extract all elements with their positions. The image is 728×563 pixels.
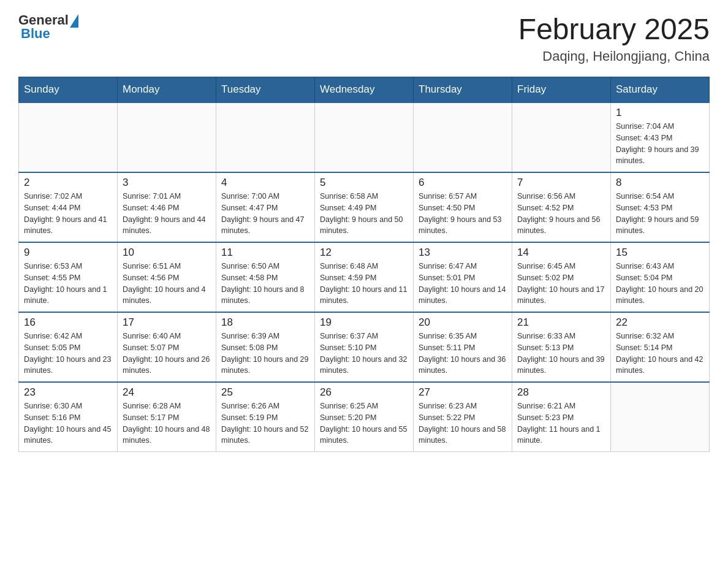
day-info: Sunrise: 6:45 AMSunset: 5:02 PMDaylight:… <box>517 261 605 307</box>
calendar-cell <box>19 102 118 172</box>
calendar-header-monday: Monday <box>118 77 216 103</box>
day-number: 18 <box>221 316 309 329</box>
calendar-cell: 17Sunrise: 6:40 AMSunset: 5:07 PMDayligh… <box>118 312 216 382</box>
day-number: 26 <box>320 386 408 399</box>
day-info: Sunrise: 6:50 AMSunset: 4:58 PMDaylight:… <box>221 261 309 307</box>
calendar-cell: 7Sunrise: 6:56 AMSunset: 4:52 PMDaylight… <box>512 172 611 242</box>
calendar-cell <box>611 382 710 452</box>
day-info: Sunrise: 6:21 AMSunset: 5:23 PMDaylight:… <box>517 400 605 446</box>
calendar-cell: 20Sunrise: 6:35 AMSunset: 5:11 PMDayligh… <box>414 312 512 382</box>
day-number: 21 <box>517 316 605 329</box>
calendar-cell: 28Sunrise: 6:21 AMSunset: 5:23 PMDayligh… <box>512 382 611 452</box>
calendar-cell: 13Sunrise: 6:47 AMSunset: 5:01 PMDayligh… <box>414 242 512 312</box>
day-number: 23 <box>24 386 112 399</box>
day-info: Sunrise: 7:01 AMSunset: 4:46 PMDaylight:… <box>123 191 211 237</box>
month-title: February 2025 <box>518 12 710 46</box>
title-section: February 2025 Daqing, Heilongjiang, Chin… <box>518 12 710 64</box>
day-info: Sunrise: 6:48 AMSunset: 4:59 PMDaylight:… <box>320 261 408 307</box>
calendar-header-tuesday: Tuesday <box>216 77 315 103</box>
calendar-cell: 10Sunrise: 6:51 AMSunset: 4:56 PMDayligh… <box>118 242 216 312</box>
day-info: Sunrise: 7:02 AMSunset: 4:44 PMDaylight:… <box>24 191 112 237</box>
calendar-header-sunday: Sunday <box>19 77 118 103</box>
calendar-cell: 27Sunrise: 6:23 AMSunset: 5:22 PMDayligh… <box>414 382 512 452</box>
day-number: 17 <box>123 316 211 329</box>
day-info: Sunrise: 6:33 AMSunset: 5:13 PMDaylight:… <box>517 331 605 377</box>
calendar-header-row: SundayMondayTuesdayWednesdayThursdayFrid… <box>19 77 710 103</box>
day-info: Sunrise: 6:43 AMSunset: 5:04 PMDaylight:… <box>616 261 704 307</box>
day-number: 20 <box>419 316 507 329</box>
calendar-cell: 15Sunrise: 6:43 AMSunset: 5:04 PMDayligh… <box>611 242 710 312</box>
day-number: 11 <box>221 247 309 259</box>
calendar-header-saturday: Saturday <box>611 77 710 103</box>
day-number: 24 <box>123 386 211 399</box>
calendar-cell <box>216 102 315 172</box>
location-text: Daqing, Heilongjiang, China <box>518 48 710 64</box>
day-info: Sunrise: 6:53 AMSunset: 4:55 PMDaylight:… <box>24 261 112 307</box>
calendar-cell <box>512 102 611 172</box>
day-info: Sunrise: 6:26 AMSunset: 5:19 PMDaylight:… <box>221 400 309 446</box>
calendar-cell: 23Sunrise: 6:30 AMSunset: 5:16 PMDayligh… <box>19 382 118 452</box>
day-info: Sunrise: 6:30 AMSunset: 5:16 PMDaylight:… <box>24 400 112 446</box>
day-number: 28 <box>517 386 605 399</box>
day-info: Sunrise: 6:32 AMSunset: 5:14 PMDaylight:… <box>616 331 704 377</box>
day-info: Sunrise: 6:40 AMSunset: 5:07 PMDaylight:… <box>123 331 211 377</box>
day-info: Sunrise: 6:54 AMSunset: 4:53 PMDaylight:… <box>616 191 704 237</box>
calendar-cell: 21Sunrise: 6:33 AMSunset: 5:13 PMDayligh… <box>512 312 611 382</box>
calendar-cell: 25Sunrise: 6:26 AMSunset: 5:19 PMDayligh… <box>216 382 315 452</box>
day-number: 16 <box>24 316 112 329</box>
day-number: 2 <box>24 177 112 189</box>
day-number: 12 <box>320 247 408 259</box>
day-info: Sunrise: 7:04 AMSunset: 4:43 PMDaylight:… <box>616 121 704 167</box>
day-number: 3 <box>123 177 211 189</box>
day-info: Sunrise: 6:28 AMSunset: 5:17 PMDaylight:… <box>123 400 211 446</box>
calendar-table: SundayMondayTuesdayWednesdayThursdayFrid… <box>18 77 710 452</box>
day-info: Sunrise: 6:37 AMSunset: 5:10 PMDaylight:… <box>320 331 408 377</box>
day-info: Sunrise: 6:51 AMSunset: 4:56 PMDaylight:… <box>123 261 211 307</box>
logo-blue-text: Blue <box>21 26 78 42</box>
calendar-cell: 6Sunrise: 6:57 AMSunset: 4:50 PMDaylight… <box>414 172 512 242</box>
calendar-cell <box>315 102 414 172</box>
calendar-cell <box>118 102 216 172</box>
day-number: 14 <box>517 247 605 259</box>
calendar-cell: 24Sunrise: 6:28 AMSunset: 5:17 PMDayligh… <box>118 382 216 452</box>
day-info: Sunrise: 6:42 AMSunset: 5:05 PMDaylight:… <box>24 331 112 377</box>
day-info: Sunrise: 6:58 AMSunset: 4:49 PMDaylight:… <box>320 191 408 237</box>
calendar-cell: 26Sunrise: 6:25 AMSunset: 5:20 PMDayligh… <box>315 382 414 452</box>
day-info: Sunrise: 6:23 AMSunset: 5:22 PMDaylight:… <box>419 400 507 446</box>
logo: General Blue <box>18 12 78 42</box>
day-info: Sunrise: 6:57 AMSunset: 4:50 PMDaylight:… <box>419 191 507 237</box>
day-number: 5 <box>320 177 408 189</box>
day-info: Sunrise: 6:39 AMSunset: 5:08 PMDaylight:… <box>221 331 309 377</box>
calendar-cell: 3Sunrise: 7:01 AMSunset: 4:46 PMDaylight… <box>118 172 216 242</box>
day-info: Sunrise: 6:35 AMSunset: 5:11 PMDaylight:… <box>419 331 507 377</box>
calendar-cell: 1Sunrise: 7:04 AMSunset: 4:43 PMDaylight… <box>611 102 710 172</box>
calendar-cell: 16Sunrise: 6:42 AMSunset: 5:05 PMDayligh… <box>19 312 118 382</box>
day-number: 4 <box>221 177 309 189</box>
calendar-cell: 2Sunrise: 7:02 AMSunset: 4:44 PMDaylight… <box>19 172 118 242</box>
calendar-cell: 14Sunrise: 6:45 AMSunset: 5:02 PMDayligh… <box>512 242 611 312</box>
day-number: 1 <box>616 107 704 119</box>
day-number: 6 <box>419 177 507 189</box>
calendar-cell: 12Sunrise: 6:48 AMSunset: 4:59 PMDayligh… <box>315 242 414 312</box>
day-number: 15 <box>616 247 704 259</box>
calendar-cell <box>414 102 512 172</box>
calendar-header-thursday: Thursday <box>414 77 512 103</box>
calendar-cell: 8Sunrise: 6:54 AMSunset: 4:53 PMDaylight… <box>611 172 710 242</box>
day-info: Sunrise: 6:56 AMSunset: 4:52 PMDaylight:… <box>517 191 605 237</box>
day-number: 27 <box>419 386 507 399</box>
calendar-header-friday: Friday <box>512 77 611 103</box>
calendar-cell: 11Sunrise: 6:50 AMSunset: 4:58 PMDayligh… <box>216 242 315 312</box>
day-info: Sunrise: 6:47 AMSunset: 5:01 PMDaylight:… <box>419 261 507 307</box>
calendar-cell: 22Sunrise: 6:32 AMSunset: 5:14 PMDayligh… <box>611 312 710 382</box>
calendar-cell: 19Sunrise: 6:37 AMSunset: 5:10 PMDayligh… <box>315 312 414 382</box>
day-info: Sunrise: 6:25 AMSunset: 5:20 PMDaylight:… <box>320 400 408 446</box>
day-number: 7 <box>517 177 605 189</box>
calendar-cell: 4Sunrise: 7:00 AMSunset: 4:47 PMDaylight… <box>216 172 315 242</box>
day-number: 9 <box>24 247 112 259</box>
calendar-cell: 5Sunrise: 6:58 AMSunset: 4:49 PMDaylight… <box>315 172 414 242</box>
day-number: 8 <box>616 177 704 189</box>
calendar-header-wednesday: Wednesday <box>315 77 414 103</box>
day-info: Sunrise: 7:00 AMSunset: 4:47 PMDaylight:… <box>221 191 309 237</box>
day-number: 25 <box>221 386 309 399</box>
calendar-cell: 18Sunrise: 6:39 AMSunset: 5:08 PMDayligh… <box>216 312 315 382</box>
